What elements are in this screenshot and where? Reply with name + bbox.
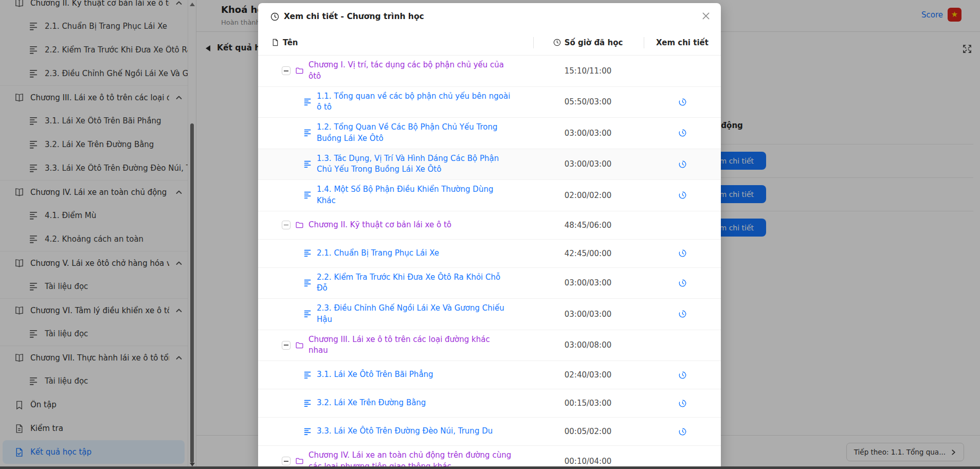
hours-studied-value: 03:00/03:00 xyxy=(532,159,644,169)
folder-icon xyxy=(295,457,304,465)
history-clock-icon[interactable] xyxy=(678,371,687,380)
row-name-cell: 1.4. Một Số Bộ Phận Điều Khiển Thường Dù… xyxy=(258,180,532,211)
chapter-link[interactable]: Chương I. Vị trí, tác dụng các bộ phận c… xyxy=(308,60,512,82)
row-name-cell: 1.3. Tác Dụng, Vị Trí Và Hình Dáng Các B… xyxy=(258,149,532,180)
lesson-link[interactable]: 3.3. Lái Xe Ôtô Trên Đường Đèo Núi, Trun… xyxy=(317,426,493,437)
lesson-link[interactable]: 2.2. Kiểm Tra Trước Khi Đưa Xe Ôtô Ra Kh… xyxy=(317,272,512,295)
history-clock-icon[interactable] xyxy=(678,249,687,258)
curriculum-row: 1.2. Tổng Quan Về Các Bộ Phận Chủ Yếu Tr… xyxy=(258,118,721,149)
lesson-lines-icon xyxy=(303,427,312,436)
curriculum-row: Chương III. Lái xe ô tô trên các loại đư… xyxy=(258,330,721,362)
history-clock-icon[interactable] xyxy=(678,399,687,408)
lesson-lines-icon xyxy=(303,371,312,380)
curriculum-row: 2.3. Điều Chỉnh Ghế Ngồi Lái Xe Và Gương… xyxy=(258,299,721,330)
lesson-lines-icon xyxy=(303,399,312,408)
hours-studied-value: 03:00/03:00 xyxy=(532,129,644,138)
folder-icon xyxy=(295,341,304,350)
lesson-link[interactable]: 1.4. Một Số Bộ Phận Điều Khiển Thường Dù… xyxy=(317,184,512,207)
lesson-lines-icon xyxy=(303,160,312,169)
lesson-lines-icon xyxy=(303,249,312,258)
hours-studied-value: 15:10/11:00 xyxy=(532,66,644,76)
lesson-link[interactable]: 1.1. Tổng quan về các bộ phận chủ yếu bê… xyxy=(317,91,512,114)
lesson-lines-icon xyxy=(303,129,312,137)
column-header-detail: Xem chi tiết xyxy=(644,38,721,47)
lesson-link[interactable]: 1.2. Tổng Quan Về Các Bộ Phận Chủ Yếu Tr… xyxy=(317,122,512,145)
collapse-minus-icon[interactable] xyxy=(282,341,291,350)
collapse-minus-icon[interactable] xyxy=(282,66,291,75)
curriculum-row: Chương I. Vị trí, tác dụng các bộ phận c… xyxy=(258,56,721,87)
hours-studied-value: 42:45/00:00 xyxy=(532,249,644,258)
lesson-link[interactable]: 3.1. Lái Xe Ôtô Trên Bãi Phẳng xyxy=(317,369,433,381)
curriculum-row: 3.2. Lái Xe Trên Đường Bằng00:15/03:00 xyxy=(258,389,721,418)
curriculum-row: 2.2. Kiểm Tra Trước Khi Đưa Xe Ôtô Ra Kh… xyxy=(258,268,721,299)
row-action-cell xyxy=(644,427,721,436)
hours-studied-value: 00:15/03:00 xyxy=(532,399,644,408)
history-clock-icon[interactable] xyxy=(678,160,687,169)
lesson-link[interactable]: 2.1. Chuẩn Bị Trang Phục Lái Xe xyxy=(317,248,439,259)
curriculum-row: 3.3. Lái Xe Ôtô Trên Đường Đèo Núi, Trun… xyxy=(258,418,721,446)
viewport-bottom-edge xyxy=(0,466,980,469)
row-name-cell: 2.3. Điều Chỉnh Ghế Ngồi Lái Xe Và Gương… xyxy=(258,299,532,330)
curriculum-row: Chương IV. Lái xe an toàn chủ động trên … xyxy=(258,446,721,469)
chapter-link[interactable]: Chương III. Lái xe ô tô trên các loại đư… xyxy=(308,334,512,357)
column-header-hours: Số giờ đã học xyxy=(532,38,644,47)
chapter-link[interactable]: Chương II. Kỹ thuật cơ bản lái xe ô tô xyxy=(308,220,451,231)
row-name-cell: Chương III. Lái xe ô tô trên các loại đư… xyxy=(258,330,532,361)
collapse-minus-icon[interactable] xyxy=(282,457,291,465)
column-label: Tên xyxy=(283,38,298,47)
row-action-cell xyxy=(644,98,721,106)
lesson-link[interactable]: 1.3. Tác Dụng, Vị Trí Và Hình Dáng Các B… xyxy=(317,153,512,176)
history-clock-icon[interactable] xyxy=(678,279,687,287)
row-action-cell xyxy=(644,129,721,137)
folder-icon xyxy=(295,66,304,75)
row-name-cell: 2.2. Kiểm Tra Trước Khi Đưa Xe Ôtô Ra Kh… xyxy=(258,268,532,299)
lesson-lines-icon xyxy=(303,279,312,287)
row-action-cell xyxy=(644,371,721,380)
clock-icon xyxy=(553,39,561,46)
row-name-cell: 3.2. Lái Xe Trên Đường Bằng xyxy=(258,393,532,413)
hours-studied-value: 02:40/03:00 xyxy=(532,370,644,380)
row-action-cell xyxy=(644,160,721,169)
history-clock-icon[interactable] xyxy=(678,191,687,200)
curriculum-row: 2.1. Chuẩn Bị Trang Phục Lái Xe42:45/00:… xyxy=(258,240,721,268)
row-name-cell: Chương IV. Lái xe an toàn chủ động trên … xyxy=(258,446,532,469)
history-clock-icon[interactable] xyxy=(678,427,687,436)
curriculum-table: Chương I. Vị trí, tác dụng các bộ phận c… xyxy=(258,56,721,469)
hours-studied-value: 03:00/08:00 xyxy=(532,340,644,350)
lesson-lines-icon xyxy=(303,98,312,106)
close-icon[interactable] xyxy=(701,11,711,21)
row-name-cell: Chương II. Kỹ thuật cơ bản lái xe ô tô xyxy=(258,215,532,235)
modal-titlebar: Xem chi tiết - Chương trình học xyxy=(258,3,721,30)
hours-studied-value: 00:05/02:00 xyxy=(532,427,644,436)
curriculum-detail-modal: Xem chi tiết - Chương trình học Tên Số g… xyxy=(258,3,721,469)
table-header: Tên Số giờ đã học Xem chi tiết xyxy=(258,30,721,56)
history-clock-icon[interactable] xyxy=(678,129,687,137)
file-icon xyxy=(271,39,279,46)
history-clock-icon[interactable] xyxy=(678,98,687,106)
modal-title: Xem chi tiết - Chương trình học xyxy=(284,12,424,21)
header-separator xyxy=(644,37,644,48)
lesson-link[interactable]: 3.2. Lái Xe Trên Đường Bằng xyxy=(317,398,426,409)
curriculum-row: Chương II. Kỹ thuật cơ bản lái xe ô tô48… xyxy=(258,211,721,240)
folder-icon xyxy=(295,221,304,229)
curriculum-row: 1.4. Một Số Bộ Phận Điều Khiển Thường Dù… xyxy=(258,180,721,211)
row-name-cell: 1.1. Tổng quan về các bộ phận chủ yếu bê… xyxy=(258,87,532,118)
hours-studied-value: 03:00/03:00 xyxy=(532,310,644,319)
hours-studied-value: 03:00/03:00 xyxy=(532,278,644,287)
curriculum-row: 3.1. Lái Xe Ôtô Trên Bãi Phẳng02:40/03:0… xyxy=(258,361,721,389)
collapse-minus-icon[interactable] xyxy=(282,221,291,229)
row-name-cell: 2.1. Chuẩn Bị Trang Phục Lái Xe xyxy=(258,244,532,263)
hours-studied-value: 02:00/02:00 xyxy=(532,191,644,200)
history-clock-icon[interactable] xyxy=(678,310,687,318)
row-name-cell: 3.3. Lái Xe Ôtô Trên Đường Đèo Núi, Trun… xyxy=(258,422,532,441)
header-separator xyxy=(533,37,534,48)
row-action-cell xyxy=(644,249,721,258)
lesson-lines-icon xyxy=(303,191,312,200)
row-action-cell xyxy=(644,310,721,318)
row-action-cell xyxy=(644,191,721,200)
lesson-link[interactable]: 2.3. Điều Chỉnh Ghế Ngồi Lái Xe Và Gương… xyxy=(317,303,512,326)
hours-studied-value: 48:45/06:00 xyxy=(532,221,644,230)
column-label: Xem chi tiết xyxy=(656,38,709,47)
row-action-cell xyxy=(644,279,721,287)
hours-studied-value: 00:10/04:00 xyxy=(532,457,644,466)
